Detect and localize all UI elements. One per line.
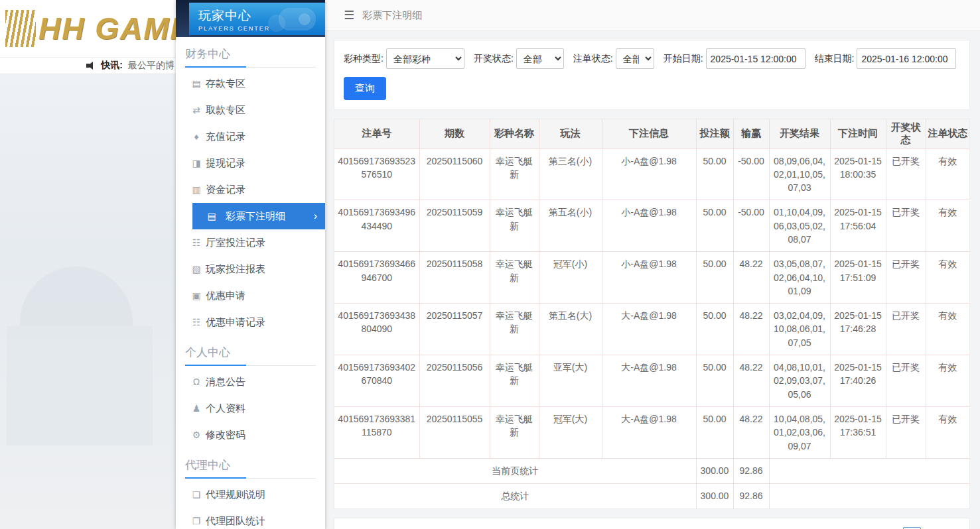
- news-ticker: 快讯: 最公平的博: [0, 57, 176, 74]
- section-header-1: 个人中心: [185, 345, 316, 366]
- logo-text: HH GAME: [38, 11, 176, 46]
- hamburger-menu-icon[interactable]: ☰: [344, 8, 354, 23]
- table-cell: 大-A盘@1.98: [602, 406, 696, 458]
- summary-label: 总统计: [334, 483, 696, 508]
- capitol-dome-shape: [20, 266, 133, 326]
- sidebar-item-hall-bet-records[interactable]: ☷厅室投注记录: [176, 229, 325, 256]
- topbar: ☰ 彩票下注明细: [325, 0, 980, 31]
- table-cell: 已开奖: [886, 406, 926, 458]
- summary-bet-total: 300.00: [696, 483, 733, 508]
- message-announcements-icon: Ω: [190, 377, 202, 387]
- sidebar-item-agent-team-stats[interactable]: ❐代理团队统计: [176, 508, 325, 529]
- table-cell: 第三名(小): [539, 148, 602, 200]
- table-cell: 小-A盘@1.98: [602, 252, 696, 304]
- sidebar-nav: 财务中心▤存款专区⇄取款专区♦充值记录◨提现记录▥资金记录▤彩票下注明细›☷厅室…: [176, 46, 325, 529]
- table-cell: 20250115055: [419, 406, 490, 458]
- table-cell: 401569173693402670840: [334, 355, 419, 407]
- table-cell: 小-A盘@1.98: [602, 200, 696, 252]
- page-title: 彩票下注明细: [362, 9, 422, 22]
- capitol-base-shape: [7, 326, 153, 445]
- table-row: 40156917369340267084020250115056幸运飞艇新亚军(…: [334, 355, 969, 407]
- draw-status-label: 开奖状态:: [474, 53, 514, 65]
- summary-label: 当前页统计: [334, 458, 696, 483]
- table-cell: 冠军(小): [539, 252, 602, 304]
- recharge-records-icon: ♦: [190, 131, 202, 142]
- sidebar-item-lottery-bet-details[interactable]: ▤彩票下注明细›: [192, 203, 325, 229]
- column-header: 投注额: [696, 119, 733, 148]
- sidebar-item-promo-apply[interactable]: ▣优惠申请: [176, 282, 325, 309]
- table-cell: 幸运飞艇新: [490, 355, 539, 407]
- sidebar-item-message-announcements[interactable]: Ω消息公告: [176, 369, 325, 395]
- table-cell: 50.00: [696, 355, 733, 407]
- table-cell: 已开奖: [886, 304, 926, 355]
- table-cell: 有效: [926, 200, 969, 252]
- start-date-input[interactable]: [706, 48, 805, 69]
- column-header: 注单状态: [926, 119, 969, 148]
- table-cell: 2025-01-15 17:51:09: [830, 252, 886, 304]
- table-cell: 第五名(大): [539, 304, 602, 355]
- players-center-banner: 玩家中心 PLAYERS CENTER: [189, 3, 325, 35]
- table-cell: 08,09,06,04,02,01,10,05,07,03: [769, 148, 830, 200]
- table-cell: 50.00: [696, 200, 733, 252]
- column-header: 玩法: [539, 119, 602, 148]
- table-cell: 10,04,08,05,01,02,03,06,09,07: [769, 406, 830, 458]
- end-date-input[interactable]: [857, 48, 956, 69]
- column-header: 下注信息: [602, 119, 696, 148]
- sidebar-item-recharge-records[interactable]: ♦充值记录: [176, 123, 325, 150]
- start-date-label: 开始日期:: [664, 53, 703, 65]
- summary-row: 当前页统计300.0092.86: [334, 458, 969, 483]
- sidebar-item-label: 厅室投注记录: [206, 237, 265, 249]
- agent-team-stats-icon: ❐: [190, 516, 202, 526]
- order-status-label: 注单状态:: [573, 53, 613, 65]
- sidebar-item-personal-profile[interactable]: ♟个人资料: [176, 395, 325, 422]
- table-cell: -50.00: [733, 148, 769, 200]
- table-cell: -50.00: [733, 200, 769, 252]
- withdraw-zone-icon: ⇄: [190, 105, 202, 115]
- sidebar-item-funds-records[interactable]: ▥资金记录: [176, 176, 325, 203]
- sidebar-item-label: 资金记录: [206, 184, 245, 196]
- column-header: 注单号: [334, 119, 419, 148]
- lottery-bet-details-icon: ▤: [206, 211, 218, 221]
- table-cell: 20250115060: [419, 148, 490, 200]
- sidebar-item-agent-rules[interactable]: ❏代理规则说明: [176, 481, 325, 508]
- table-cell: 01,10,04,09,06,03,05,02,08,07: [769, 200, 830, 252]
- query-button[interactable]: 查询: [344, 77, 386, 100]
- sidebar-item-withdraw-zone[interactable]: ⇄取款专区: [176, 97, 325, 123]
- lottery-type-select[interactable]: 全部彩种: [386, 48, 464, 69]
- sidebar-item-change-password[interactable]: ⚙修改密码: [176, 422, 325, 448]
- table-cell: 401569173693438804090: [334, 304, 419, 355]
- sidebar-item-label: 提现记录: [206, 157, 245, 170]
- table-cell: 有效: [926, 252, 969, 304]
- funds-records-icon: ▥: [190, 184, 202, 195]
- order-status-select[interactable]: 全部: [616, 48, 654, 69]
- sidebar-item-promo-apply-records[interactable]: ☷优惠申请记录: [176, 309, 325, 335]
- column-header: 彩种名称: [490, 119, 539, 148]
- table-cell: 有效: [926, 304, 969, 355]
- draw-status-select[interactable]: 全部: [516, 48, 564, 69]
- sidebar-item-deposit-zone[interactable]: ▤存款专区: [176, 70, 325, 97]
- table-row: 40156917369343880409020250115057幸运飞艇新第五名…: [334, 304, 969, 355]
- table-cell: 20250115057: [419, 304, 490, 355]
- ticker-text: 最公平的博: [128, 60, 175, 72]
- table-cell: 2025-01-15 17:36:51: [830, 406, 886, 458]
- speaker-icon: [86, 62, 97, 70]
- table-cell: 小-A盘@1.98: [602, 148, 696, 200]
- table-cell: 大-A盘@1.98: [602, 304, 696, 355]
- summary-empty: [769, 458, 969, 483]
- sidebar-item-player-bet-report[interactable]: ▧玩家投注报表: [176, 256, 325, 282]
- personal-profile-icon: ♟: [190, 403, 202, 414]
- withdrawal-records-icon: ◨: [190, 158, 202, 168]
- table-cell: 2025-01-15 17:56:04: [830, 200, 886, 252]
- table-cell: 幸运飞艇新: [490, 200, 539, 252]
- table-row: 40156917369338111587020250115055幸运飞艇新冠军(…: [334, 406, 969, 458]
- sidebar-header: 玩家中心 PLAYERS CENTER: [176, 0, 325, 37]
- site-header: HH GAME: [0, 0, 176, 57]
- table-cell: 幸运飞艇新: [490, 304, 539, 355]
- table-cell: 50.00: [696, 148, 733, 200]
- table-cell: 已开奖: [886, 200, 926, 252]
- table-cell: 401569173693466946700: [334, 252, 419, 304]
- sidebar-item-label: 优惠申请记录: [206, 316, 265, 329]
- column-header: 输赢: [733, 119, 769, 148]
- sidebar-item-withdrawal-records[interactable]: ◨提现记录: [176, 150, 325, 176]
- table-cell: 幸运飞艇新: [490, 406, 539, 458]
